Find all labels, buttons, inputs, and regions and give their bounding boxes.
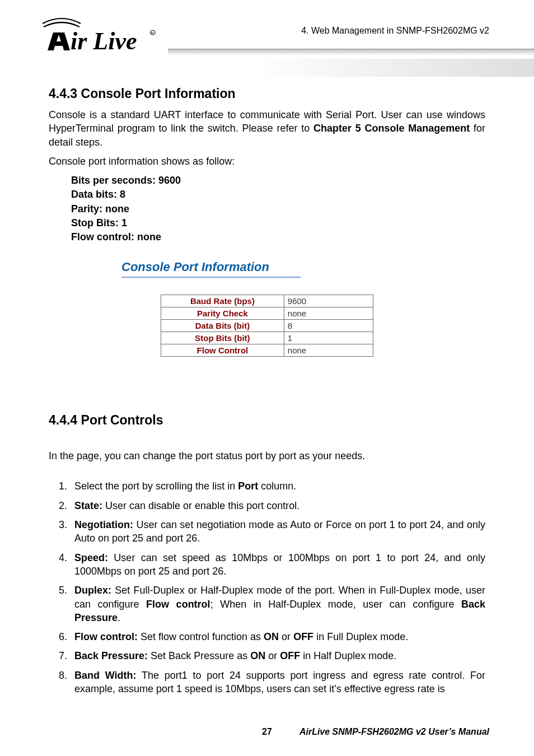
text-bold: Speed: bbox=[74, 552, 108, 563]
setting-data-bits: Data bits: 8 bbox=[71, 188, 485, 202]
text-bold: Back Pressure: bbox=[74, 650, 148, 661]
breadcrumb: 4. Web Management in SNMP-FSH2602MG v2 bbox=[301, 26, 489, 36]
table-row: Baud Rate (bps) 9600 bbox=[161, 295, 373, 307]
port-controls-list: Select the port by scrolling the list in… bbox=[49, 479, 485, 696]
cell-value-parity: none bbox=[284, 307, 373, 320]
para-console-follow: Console port information shows as follow… bbox=[49, 155, 485, 168]
cell-value-stopbits: 1 bbox=[284, 332, 373, 344]
page-content: 4.4.3 Console Port Information Console i… bbox=[49, 86, 485, 701]
table-row: Data Bits (bit) 8 bbox=[161, 320, 373, 332]
text: Set Back Pressure as bbox=[148, 650, 250, 661]
list-item: Flow control: Set flow control function … bbox=[70, 630, 485, 643]
text-bold: Port bbox=[238, 480, 258, 492]
text: User can set negotiation mode as Auto or… bbox=[74, 519, 485, 544]
list-item: Back Pressure: Set Back Pressure as ON o… bbox=[70, 649, 485, 662]
cell-label-parity: Parity Check bbox=[161, 307, 284, 320]
text-bold: Negotiation: bbox=[74, 519, 133, 530]
cell-label-stopbits: Stop Bits (bit) bbox=[161, 332, 284, 344]
section-heading-console: 4.4.3 Console Port Information bbox=[49, 86, 485, 101]
text-bold: Chapter 5 Console Management bbox=[313, 123, 470, 134]
text: in Full Duplex mode. bbox=[313, 631, 408, 642]
text: User can set speed as 10Mbps or 100Mbps … bbox=[74, 552, 485, 577]
svg-text:R: R bbox=[151, 31, 154, 35]
section-heading-port-controls: 4.4.4 Port Controls bbox=[49, 413, 485, 428]
text: The port1 to port 24 supports port ingre… bbox=[74, 670, 485, 694]
text-bold: OFF bbox=[280, 650, 300, 661]
table-row: Stop Bits (bit) 1 bbox=[161, 332, 373, 344]
cell-value-flowcontrol: none bbox=[284, 344, 373, 357]
text: Set flow control function as bbox=[138, 631, 264, 642]
list-item: Band Width: The port1 to port 24 support… bbox=[70, 669, 485, 696]
cell-value-baud: 9600 bbox=[284, 295, 373, 307]
text: column. bbox=[258, 480, 296, 492]
table-row: Flow Control none bbox=[161, 344, 373, 357]
cell-label-flowcontrol: Flow Control bbox=[161, 344, 284, 357]
text-bold: Flow control: bbox=[74, 631, 138, 642]
text: Select the port by scrolling the list in bbox=[74, 480, 238, 492]
cell-label-databits: Data Bits (bit) bbox=[161, 320, 284, 332]
text: or bbox=[265, 650, 280, 661]
text-bold: ON bbox=[264, 631, 279, 642]
text-bold: ON bbox=[250, 650, 265, 661]
text: in Half Duplex mode. bbox=[300, 650, 396, 661]
list-item: Speed: User can set speed as 10Mbps or 1… bbox=[70, 551, 485, 578]
text-bold: Flow control bbox=[146, 599, 210, 610]
list-item: Duplex: Set Full-Duplex or Half-Duplex m… bbox=[70, 584, 485, 624]
list-item: Select the port by scrolling the list in… bbox=[70, 479, 485, 493]
console-info-table: Baud Rate (bps) 9600 Parity Check none D… bbox=[161, 295, 373, 357]
text-bold: Band Width: bbox=[74, 670, 137, 681]
text-bold: Duplex: bbox=[74, 585, 111, 596]
cell-label-baud: Baud Rate (bps) bbox=[161, 295, 284, 307]
page-number: 27 bbox=[262, 727, 272, 736]
console-settings-list: Bits per seconds: 9600 Data bits: 8 Pari… bbox=[71, 174, 485, 244]
setting-stop-bits: Stop Bits: 1 bbox=[71, 216, 485, 230]
setting-parity: Parity: none bbox=[71, 202, 485, 216]
text: User can disable or enable this port con… bbox=[102, 500, 299, 511]
setting-flow-control: Flow control: none bbox=[71, 230, 485, 244]
footer-title: AirLive SNMP-FSH2602MG v2 User’s Manual bbox=[299, 727, 489, 737]
para-console-intro: Console is a standard UART interface to … bbox=[49, 108, 485, 149]
text: ; When in Half-Duplex mode, user can con… bbox=[210, 599, 461, 610]
airlive-logo-icon: ir Live R bbox=[39, 17, 160, 59]
cell-value-databits: 8 bbox=[284, 320, 373, 332]
svg-text:ir Live: ir Live bbox=[71, 27, 137, 55]
text-bold: State: bbox=[74, 500, 102, 511]
header-divider bbox=[168, 49, 534, 55]
airlive-logo: ir Live R bbox=[39, 17, 160, 61]
table-row: Parity Check none bbox=[161, 307, 373, 320]
text-bold: OFF bbox=[293, 631, 313, 642]
text: . bbox=[118, 612, 120, 623]
section-port-controls: 4.4.4 Port Controls In the page, you can… bbox=[49, 413, 485, 696]
para-port-intro: In the page, you can change the port sta… bbox=[49, 449, 485, 463]
text: or bbox=[279, 631, 293, 642]
list-item: State: User can disable or enable this p… bbox=[70, 499, 485, 512]
figure-heading: Console Port Information bbox=[121, 260, 301, 278]
setting-bits-per-seconds: Bits per seconds: 9600 bbox=[71, 174, 485, 188]
header-shade bbox=[254, 59, 534, 77]
list-item: Negotiation: User can set negotiation mo… bbox=[70, 518, 485, 545]
